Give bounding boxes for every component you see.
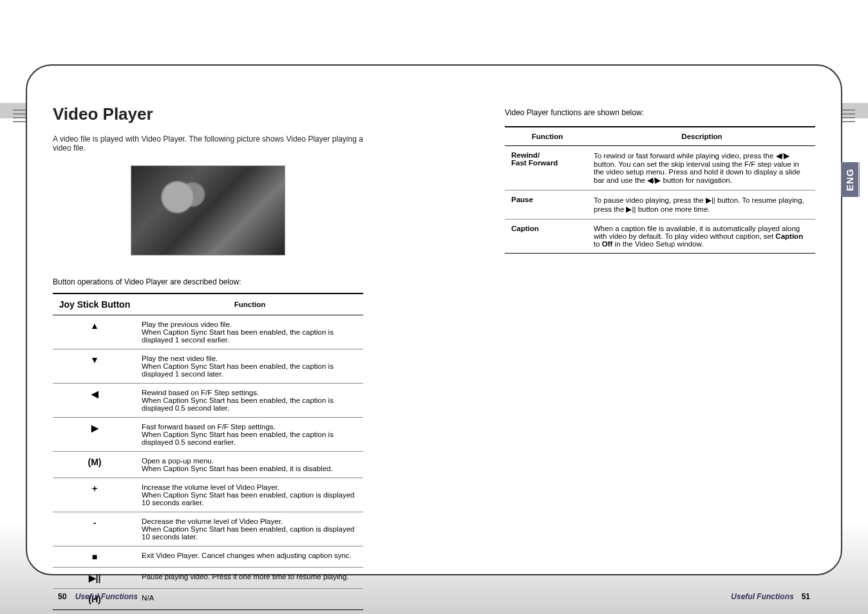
bold-text: Off [602, 240, 613, 248]
menu-button-label: (M) [53, 452, 137, 478]
joystick-right-icon: ▶ [53, 418, 137, 452]
cell-desc: When a caption file is available, it is … [589, 219, 815, 254]
cell: Decrease the volume level of Video Playe… [137, 512, 363, 546]
cell: Pause playing video. Press it one more t… [137, 568, 363, 589]
cell-desc: To pause video playing, press the ▶|| bu… [589, 191, 815, 219]
joystick-header-function: Function [137, 293, 363, 315]
joystick-table: Joy Stick Button Function ▲Play the prev… [53, 293, 363, 610]
cell: Rewind based on F/F Step settings. When … [137, 384, 363, 418]
intro-text: A video file is played with Video Player… [53, 135, 363, 153]
cell: Exit Video Player. Cancel changes when a… [137, 546, 363, 568]
joystick-header-button: Joy Stick Button [53, 293, 137, 315]
table-caption-left: Button operations of Video Player are de… [53, 277, 363, 286]
footer-left: 50 Useful Functions [58, 592, 138, 601]
table-row: (M)Open a pop-up menu. When Caption Sync… [53, 452, 363, 478]
cell-desc: To rewind or fast forward while playing … [589, 146, 815, 191]
cell: Play the next video file. When Caption S… [137, 349, 363, 384]
table-row: +Increase the volume level of Video Play… [53, 478, 363, 512]
cell: Fast forward based on F/F Step settings.… [137, 418, 363, 452]
joystick-left-icon: ◀ [53, 384, 137, 418]
table-row: ▼Play the next video file. When Caption … [53, 349, 363, 384]
table-row: ◀Rewind based on F/F Step settings. When… [53, 384, 363, 418]
cell: Increase the volume level of Video Playe… [137, 478, 363, 512]
table-row: ▶||Pause playing video. Press it one mor… [53, 568, 363, 589]
minus-button-label: - [53, 512, 137, 546]
page-spread: ENG Video Player A video file is played … [0, 0, 868, 614]
section-name-right: Useful Functions [731, 592, 793, 601]
footer: 50 Useful Functions Useful Functions 51 [58, 592, 810, 601]
screenshot-wrap [53, 165, 363, 258]
cell-fn: Rewind/ Fast Forward [505, 146, 589, 191]
cell: Play the previous video file. When Capti… [137, 315, 363, 349]
cell-fn: Pause [505, 191, 589, 219]
footer-right: Useful Functions 51 [731, 592, 810, 601]
page-left: Video Player A video file is played with… [53, 104, 363, 555]
section-name-left: Useful Functions [75, 592, 138, 601]
cell-fn: Caption [505, 219, 589, 254]
language-tab: ENG [841, 162, 860, 197]
functions-header-desc: Description [589, 127, 815, 146]
play-pause-icon: ▶|| [53, 568, 137, 589]
page-number-right: 51 [802, 592, 810, 601]
page-number-left: 50 [58, 592, 66, 601]
text: When a caption file is available, it is … [594, 225, 800, 240]
page-right: Video Player functions are shown below: … [505, 104, 815, 555]
functions-header-fn: Function [505, 127, 589, 146]
joystick-up-icon: ▲ [53, 315, 137, 349]
bold-text: Caption [775, 232, 803, 240]
table-row: ▲Play the previous video file. When Capt… [53, 315, 363, 349]
stop-icon: ■ [53, 546, 137, 568]
functions-table: Function Description Rewind/ Fast Forwar… [505, 126, 815, 254]
table-row: Caption When a caption file is available… [505, 219, 815, 254]
table-row: Rewind/ Fast Forward To rewind or fast f… [505, 146, 815, 191]
content-frame: ENG Video Player A video file is played … [26, 64, 842, 575]
page-title: Video Player [53, 104, 363, 124]
table-row: -Decrease the volume level of Video Play… [53, 512, 363, 546]
plus-button-label: + [53, 478, 137, 512]
text: to [594, 240, 602, 248]
joystick-down-icon: ▼ [53, 349, 137, 384]
video-screenshot [131, 165, 285, 256]
text: in the Video Setup window. [612, 240, 703, 248]
cell: Open a pop-up menu. When Caption Sync St… [137, 452, 363, 478]
table-caption-right: Video Player functions are shown below: [505, 108, 815, 117]
table-row: ▶Fast forward based on F/F Step settings… [53, 418, 363, 452]
table-row: ■Exit Video Player. Cancel changes when … [53, 546, 363, 568]
table-row: Pause To pause video playing, press the … [505, 191, 815, 219]
